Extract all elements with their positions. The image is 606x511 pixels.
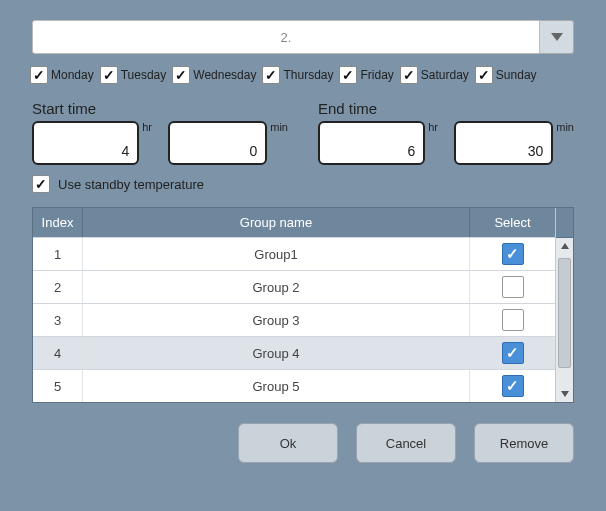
min-unit: min — [270, 121, 288, 133]
col-header-index: Index — [33, 208, 83, 237]
day-checkbox-sunday[interactable] — [475, 66, 493, 84]
scroll-up-button[interactable] — [556, 238, 573, 254]
day-label: Friday — [360, 68, 393, 82]
cell-index: 5 — [33, 370, 83, 402]
day-label: Sunday — [496, 68, 537, 82]
end-time-min-input[interactable]: 30 — [454, 121, 553, 165]
day-checkbox-thursday[interactable] — [262, 66, 280, 84]
cell-index: 1 — [33, 238, 83, 270]
day-checkbox-friday[interactable] — [339, 66, 357, 84]
end-time-hr-input[interactable]: 6 — [318, 121, 425, 165]
schedule-select-dropdown-button[interactable] — [540, 20, 574, 54]
start-time-hr-input[interactable]: 4 — [32, 121, 139, 165]
standby-checkbox[interactable] — [32, 175, 50, 193]
hr-unit: hr — [142, 121, 152, 133]
select-checkbox[interactable] — [502, 276, 524, 298]
cell-name: Group 2 — [83, 271, 470, 303]
col-header-select: Select — [470, 208, 555, 237]
groups-table: Index Group name Select 1Group12Group 23… — [32, 207, 574, 403]
arrow-down-icon — [561, 391, 569, 397]
remove-button[interactable]: Remove — [474, 423, 574, 463]
table-row[interactable]: 4Group 4 — [33, 336, 555, 369]
select-checkbox[interactable] — [502, 243, 524, 265]
day-checkbox-saturday[interactable] — [400, 66, 418, 84]
select-checkbox[interactable] — [502, 375, 524, 397]
chevron-down-icon — [551, 33, 563, 41]
cell-index: 3 — [33, 304, 83, 336]
day-label: Saturday — [421, 68, 469, 82]
cell-name: Group 4 — [83, 337, 470, 369]
cell-select — [470, 271, 555, 303]
scroll-thumb[interactable] — [558, 258, 571, 368]
select-checkbox[interactable] — [502, 342, 524, 364]
select-checkbox[interactable] — [502, 309, 524, 331]
cell-select — [470, 337, 555, 369]
col-header-name: Group name — [83, 208, 470, 237]
cancel-button[interactable]: Cancel — [356, 423, 456, 463]
arrow-up-icon — [561, 243, 569, 249]
end-time-label: End time — [318, 100, 574, 117]
day-label: Thursday — [283, 68, 333, 82]
day-checkbox-wednesday[interactable] — [172, 66, 190, 84]
cell-index: 4 — [33, 337, 83, 369]
table-row[interactable]: 5Group 5 — [33, 369, 555, 402]
start-time-label: Start time — [32, 100, 288, 117]
hr-unit: hr — [428, 121, 438, 133]
schedule-select-value: 2. — [281, 30, 292, 45]
ok-button[interactable]: Ok — [238, 423, 338, 463]
day-label: Wednesday — [193, 68, 256, 82]
scroll-down-button[interactable] — [556, 386, 573, 402]
scroll-track[interactable] — [556, 254, 573, 386]
standby-label: Use standby temperature — [58, 177, 204, 192]
table-row[interactable]: 2Group 2 — [33, 270, 555, 303]
start-time-min-input[interactable]: 0 — [168, 121, 267, 165]
day-checkbox-monday[interactable] — [30, 66, 48, 84]
cell-name: Group1 — [83, 238, 470, 270]
cell-index: 2 — [33, 271, 83, 303]
day-label: Tuesday — [121, 68, 167, 82]
day-checkbox-tuesday[interactable] — [100, 66, 118, 84]
days-row: MondayTuesdayWednesdayThursdayFridaySatu… — [30, 66, 576, 84]
day-label: Monday — [51, 68, 94, 82]
cell-select — [470, 304, 555, 336]
cell-select — [470, 370, 555, 402]
table-row[interactable]: 1Group1 — [33, 237, 555, 270]
schedule-select[interactable]: 2. — [32, 20, 540, 54]
table-scrollbar[interactable] — [555, 208, 573, 402]
table-row[interactable]: 3Group 3 — [33, 303, 555, 336]
cell-select — [470, 238, 555, 270]
min-unit: min — [556, 121, 574, 133]
cell-name: Group 3 — [83, 304, 470, 336]
cell-name: Group 5 — [83, 370, 470, 402]
